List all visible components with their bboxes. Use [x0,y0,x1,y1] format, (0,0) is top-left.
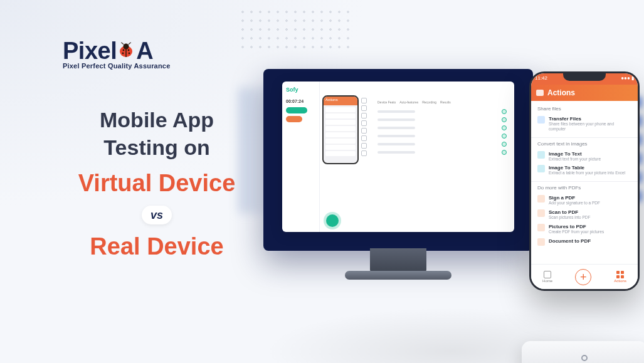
dashboard-brand: Sofy [286,87,315,93]
pictures-pdf-icon [537,224,545,231]
list-item[interactable]: Image To Text Extract text from your pic… [537,149,631,164]
logo-text-pixel: Pixel [63,38,117,65]
scan-pdf-icon [537,209,545,217]
tab-actions[interactable]: Actions [614,271,626,283]
real-device-phone: 11:42 ●●● ▮ Actions Share files Transfer… [529,71,640,291]
mini-header: Actions [324,97,357,105]
brand-logo: Pixel A Pixel Perfect Quality Assurance [63,38,251,70]
image-text-icon [537,151,545,159]
vs-badge: vs [142,206,172,224]
document-pdf-icon [537,238,545,246]
tab-bar: Home + Actions [531,264,638,289]
list-item[interactable]: Scan to PDF Scan pictures into PDF [537,208,631,222]
svg-point-4 [122,53,124,55]
notch [563,73,606,81]
list-item[interactable]: Document to PDF [537,236,631,248]
virtual-device-preview: Actions [322,95,359,164]
dot-pattern-decoration [238,8,351,51]
tool-sidebar [361,95,370,228]
sign-pdf-icon [537,195,545,203]
dashboard-app: Sofy 00:07:24 Actions [282,82,514,232]
status-icons: ●●● ▮ [621,75,634,83]
section-title: Share files [537,106,631,112]
headline-virtual: Virtual Device [63,170,251,197]
session-timer: 00:07:24 [286,99,315,103]
list-item[interactable]: Sign a PDF Add your signature to a PDF [537,193,631,208]
svg-point-1 [124,44,129,50]
svg-point-3 [128,50,130,51]
tab-add-button[interactable]: + [575,269,591,285]
logo-text-a: A [136,38,153,65]
phone-dock [522,341,644,363]
app-header: Actions [531,85,638,101]
status-chip-green [286,107,307,113]
status-bar: 11:42 ●●● ▮ [531,73,638,85]
tab-home[interactable]: Home [542,271,552,283]
logo-tagline: Pixel Perfect Quality Assurance [63,62,251,70]
ladybug-icon [117,41,135,59]
headline-real: Real Device [63,233,251,260]
status-time: 11:42 [535,75,547,83]
list-item[interactable]: Transfer Files Share files between your … [537,114,631,134]
grid-icon [616,271,624,278]
svg-point-5 [129,53,130,55]
home-icon [544,271,551,278]
monitor: Sofy 00:07:24 Actions [263,69,533,251]
record-indicator-icon [326,214,339,227]
device-scene: Sofy 00:07:24 Actions [263,69,640,357]
image-table-icon [537,165,545,172]
headline-line2: Testing on [63,134,251,161]
status-chip-orange [286,116,302,122]
headline-line1: Mobile App [63,106,251,134]
list-item[interactable]: Pictures to PDF Create PDF from your pic… [537,222,631,236]
transfer-icon [537,116,545,124]
section-title: Convert text in images [537,141,631,147]
chat-icon [536,90,544,96]
app-title: Actions [547,88,575,97]
section-title: Do more with PDFs [537,185,631,191]
dock-button-icon [581,355,588,361]
dashboard-tabs: Device Feats Auto-features Recording Res… [377,100,507,104]
list-item[interactable]: Image To Table Extract a table from your… [537,163,631,177]
svg-point-2 [123,50,125,51]
